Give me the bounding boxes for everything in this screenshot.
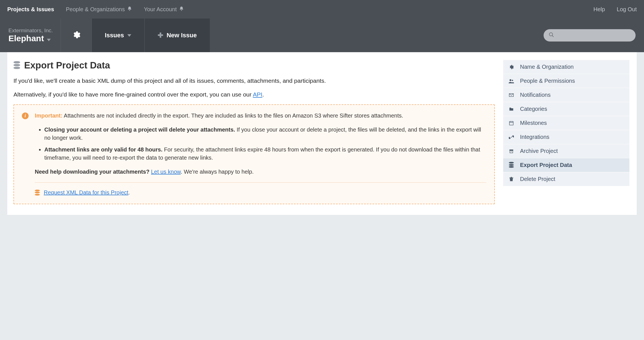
sidebar-item-label: Delete Project xyxy=(520,176,555,182)
svg-point-2 xyxy=(510,79,511,81)
svg-line-1 xyxy=(552,35,554,37)
sidebar-item-milestones[interactable]: Milestones xyxy=(503,116,629,130)
nav-projects-label: Projects & Issues xyxy=(7,6,54,13)
database-icon xyxy=(13,61,20,70)
sidebar-item-label: Notifications xyxy=(520,92,551,98)
link-icon xyxy=(508,135,514,140)
trash-icon xyxy=(508,177,514,182)
nav-projects-issues[interactable]: Projects & Issues xyxy=(7,6,54,13)
archive-icon xyxy=(508,149,514,154)
settings-sidebar: Name & Organization People & Permissions… xyxy=(503,60,637,204)
svg-point-3 xyxy=(512,80,513,81)
svg-rect-11 xyxy=(509,178,513,178)
project-toolbar: Exterminators, Inc. Elephant Issues ✚ Ne… xyxy=(0,19,644,52)
calendar-icon xyxy=(508,121,514,126)
database-icon xyxy=(35,190,40,196)
project-name: Elephant xyxy=(8,34,44,43)
intro-paragraph: If you'd like, we'll create a basic XML … xyxy=(13,77,495,85)
settings-menu: Name & Organization People & Permissions… xyxy=(503,60,629,186)
warning-intro: Important: Attachments are not included … xyxy=(35,112,486,120)
chevron-down-icon xyxy=(47,39,51,41)
warning-bullet-1: Closing your account or deleting a proje… xyxy=(44,126,486,142)
alt-suffix: . xyxy=(262,91,264,98)
svg-point-0 xyxy=(549,33,553,36)
sidebar-item-categories[interactable]: Categories xyxy=(503,102,629,116)
sidebar-item-label: Integrations xyxy=(520,134,549,140)
warning-divider xyxy=(35,182,486,183)
request-row: Request XML Data for this Project. xyxy=(22,189,486,196)
important-label: Important: xyxy=(35,112,63,119)
nav-account-label: Your Account xyxy=(144,6,177,13)
page-title: Export Project Data xyxy=(24,60,110,71)
page-card: Export Project Data If you'd like, we'll… xyxy=(7,52,637,215)
search-input[interactable] xyxy=(557,33,631,38)
new-issue-button[interactable]: ✚ New Issue xyxy=(145,19,210,52)
sidebar-item-people[interactable]: People & Permissions xyxy=(503,74,629,88)
gear-icon xyxy=(72,31,81,40)
need-help-line: Need help downloading your attachments? … xyxy=(35,168,486,176)
info-icon: i xyxy=(22,112,29,119)
svg-rect-9 xyxy=(510,150,513,153)
alt-paragraph: Alternatively, if you'd like to have mor… xyxy=(13,91,495,99)
sidebar-item-label: Name & Organization xyxy=(520,64,574,70)
nav-people-label: People & Organizations xyxy=(66,6,125,13)
nav-logout[interactable]: Log Out xyxy=(617,6,637,13)
sidebar-item-archive[interactable]: Archive Project xyxy=(503,144,629,158)
folder-icon xyxy=(508,107,514,112)
alt-prefix: Alternatively, if you'd like to have mor… xyxy=(13,91,253,98)
bell-icon xyxy=(127,6,132,13)
sidebar-item-name-org[interactable]: Name & Organization xyxy=(503,60,629,74)
sidebar-item-label: People & Permissions xyxy=(520,78,575,84)
warning-intro-text: Attachments are not included directly in… xyxy=(63,112,403,119)
database-icon xyxy=(508,162,514,168)
warning-bullet-2: Attachment links are only valid for 48 h… xyxy=(44,146,486,162)
topbar: Projects & Issues People & Organizations… xyxy=(0,0,644,19)
need-help-rest: . We're always happy to help. xyxy=(181,169,254,175)
search-icon xyxy=(549,32,554,39)
nav-help[interactable]: Help xyxy=(594,6,605,13)
sidebar-item-delete[interactable]: Delete Project xyxy=(503,172,629,186)
sidebar-item-label: Milestones xyxy=(520,120,547,126)
search-input-wrapper[interactable] xyxy=(544,29,636,42)
sidebar-item-label: Export Project Data xyxy=(520,162,572,168)
svg-rect-12 xyxy=(511,177,512,177)
issues-label: Issues xyxy=(105,32,124,39)
sidebar-item-label: Categories xyxy=(520,106,547,112)
org-name: Exterminators, Inc. xyxy=(8,27,53,34)
request-xml-link[interactable]: Request XML Data for this Project xyxy=(44,189,128,196)
people-icon xyxy=(508,79,514,83)
bullet1-bold: Closing your account or deleting a proje… xyxy=(44,127,235,133)
sidebar-item-notifications[interactable]: Notifications xyxy=(503,88,629,102)
warning-panel: i Important: Attachments are not include… xyxy=(13,104,495,204)
api-link[interactable]: API xyxy=(253,91,262,98)
sidebar-item-label: Archive Project xyxy=(520,148,558,154)
sidebar-item-export[interactable]: Export Project Data xyxy=(503,158,629,172)
nav-help-label: Help xyxy=(594,6,605,13)
nav-your-account[interactable]: Your Account xyxy=(144,6,184,13)
issues-dropdown[interactable]: Issues xyxy=(92,19,144,52)
svg-rect-4 xyxy=(509,121,513,125)
gear-icon xyxy=(508,65,514,70)
main-content: Export Project Data If you'd like, we'll… xyxy=(7,60,503,204)
nav-logout-label: Log Out xyxy=(617,6,637,13)
need-help-bold: Need help downloading your attachments? xyxy=(35,169,150,175)
project-settings-button[interactable] xyxy=(61,19,92,52)
nav-people-orgs[interactable]: People & Organizations xyxy=(66,6,132,13)
project-switcher[interactable]: Exterminators, Inc. Elephant xyxy=(0,19,61,52)
bullet2-bold: Attachment links are only valid for 48 h… xyxy=(44,146,162,153)
chevron-down-icon xyxy=(127,34,131,37)
let-us-know-link[interactable]: Let us know xyxy=(151,169,181,175)
new-issue-label: New Issue xyxy=(167,32,197,39)
request-suffix: . xyxy=(128,190,130,196)
bell-icon xyxy=(179,6,184,13)
mail-icon xyxy=(508,93,514,98)
sidebar-item-integrations[interactable]: Integrations xyxy=(503,130,629,144)
plus-icon: ✚ xyxy=(158,31,163,39)
